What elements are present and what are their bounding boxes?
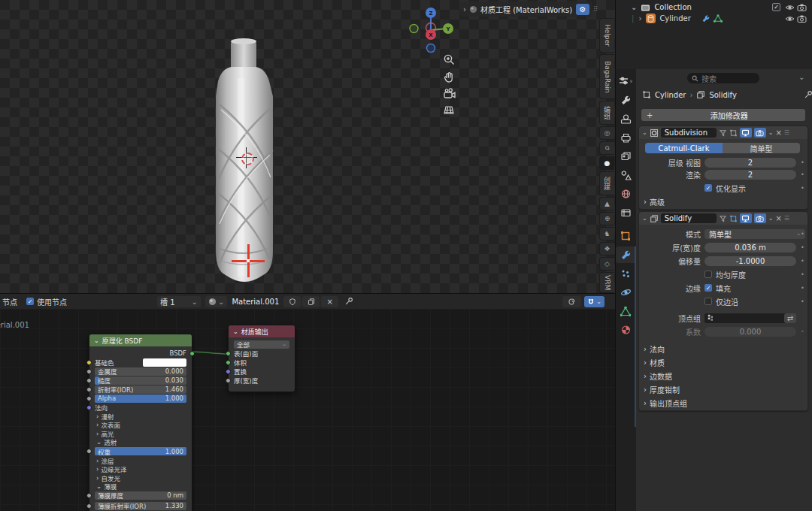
levels-viewport-field[interactable]: 2 <box>704 158 796 168</box>
sidebar-tab-icon-3[interactable]: ● <box>599 156 614 170</box>
modifier-extras-dropdown[interactable]: ⌄ <box>768 129 774 136</box>
film-ior-socket[interactable] <box>86 503 92 509</box>
disable-render-camera-icon[interactable] <box>797 14 807 23</box>
modifier-name-field[interactable]: Solidify <box>661 213 717 223</box>
subdivision-advanced-section[interactable]: ›高级 <box>644 196 665 207</box>
mode-dropdown[interactable]: 简单型 ⌄ <box>704 229 805 239</box>
section-coat[interactable]: ›涂层 <box>89 456 192 465</box>
unlink-material-button[interactable]: × <box>321 296 338 307</box>
section-transmission[interactable]: ⌄透射 <box>89 438 192 447</box>
section-thinfilm[interactable]: ⌄薄膜 <box>89 482 192 491</box>
solidify-section-output-vgroups[interactable]: ›输出顶点组 <box>644 398 687 409</box>
surface-input-socket[interactable] <box>226 351 231 356</box>
vertex-group-field[interactable] <box>704 313 789 323</box>
tab-modifiers[interactable] <box>616 246 635 263</box>
sidebar-tab-icon-7[interactable]: ❖ <box>599 242 614 256</box>
browse-material-button[interactable]: ⌄ <box>205 296 227 307</box>
tab-object-data[interactable] <box>616 303 635 319</box>
animate-dot[interactable]: • <box>801 159 804 166</box>
disable-render-camera-icon[interactable] <box>797 3 807 12</box>
modifier-name-field[interactable]: Subdivision <box>661 128 717 138</box>
output-node-header[interactable]: ⌄ 材质输出 <box>229 325 295 337</box>
section-emission[interactable]: ›自发光 <box>89 473 192 482</box>
camera-view-icon[interactable] <box>441 85 457 101</box>
bsdf-output-socket[interactable] <box>189 351 195 356</box>
sidebar-tab-create[interactable]: 创建 <box>599 171 614 195</box>
section-specular[interactable]: ›高光 <box>89 429 192 438</box>
tab-physics[interactable] <box>616 284 635 301</box>
levels-render-field[interactable]: 2 <box>704 170 796 180</box>
outliner-row-collection[interactable]: ⌄ Collection ✓ <box>616 2 812 13</box>
animate-dot[interactable]: • <box>801 271 804 278</box>
only-rim-checkbox[interactable] <box>704 298 712 305</box>
film-thickness-socket[interactable] <box>86 493 92 498</box>
base-color-swatch[interactable] <box>143 358 186 367</box>
animate-dot[interactable]: • <box>801 244 804 251</box>
tab-material[interactable] <box>616 322 635 338</box>
drag-handle[interactable]: ☰ <box>784 215 789 222</box>
solidify-section-normals[interactable]: ›法向 <box>644 343 665 355</box>
remove-modifier-button[interactable]: × <box>775 129 781 137</box>
ior-row[interactable]: 折射率(IOR)1.460 <box>89 385 192 394</box>
expand-icon[interactable]: › <box>638 14 641 23</box>
render-display-toggle[interactable] <box>754 213 766 223</box>
section-sheen[interactable]: ›边缘光泽 <box>89 465 192 474</box>
material-name[interactable]: Material.001 <box>232 298 279 306</box>
overlay-toggle-button[interactable] <box>562 296 581 307</box>
render-display-toggle[interactable] <box>754 128 766 138</box>
alpha-row[interactable]: Alpha1.000 <box>89 394 192 403</box>
sidebar-tab-icon-1[interactable]: ◎ <box>599 126 614 140</box>
solidify-panel-header[interactable]: ⌄ Solidify <box>639 212 807 225</box>
tab-object[interactable] <box>616 228 635 244</box>
film-thickness-row[interactable]: 薄膜厚度0 nm <box>89 491 192 500</box>
realtime-display-toggle[interactable] <box>740 128 752 138</box>
3d-viewport[interactable]: Z Y X › <box>0 0 615 293</box>
mesh-data-icon[interactable] <box>714 14 723 23</box>
ior-socket[interactable] <box>86 387 92 392</box>
output-target-dropdown[interactable]: 全部 ⌄ <box>229 340 295 349</box>
sidebar-tab-icon-8[interactable]: ◇ <box>599 257 614 271</box>
material-slot-dropdown[interactable]: 槽 1⌄ <box>157 296 201 307</box>
vertex-group-filter-icon[interactable] <box>719 129 727 138</box>
section-diffuse[interactable]: ›漫射 <box>89 412 192 421</box>
editor-type-button[interactable]: ∨ <box>616 72 635 89</box>
solidify-section-thickness-clamp[interactable]: ›厚度钳制 <box>644 384 680 395</box>
realtime-display-toggle[interactable] <box>740 213 752 223</box>
pan-hand-icon[interactable] <box>441 68 457 85</box>
collection-label[interactable]: Collection <box>654 3 691 11</box>
metallic-row[interactable]: 金属度0.000 <box>89 367 192 376</box>
subdivision-panel-header[interactable]: ⌄ Subdivision <box>639 126 807 139</box>
gear-settings-button[interactable]: ⚙ <box>576 4 589 15</box>
metallic-socket[interactable] <box>86 369 92 374</box>
expand-icon[interactable]: › <box>463 5 466 14</box>
base-color-row[interactable]: 基础色 <box>89 358 192 367</box>
drag-handle[interactable]: ☰ <box>784 129 789 136</box>
add-modifier-button[interactable]: + 添加修改器 <box>641 109 805 121</box>
sidebar-tab-group[interactable]: 编组 <box>599 101 614 125</box>
factor-field[interactable]: 0.000 <box>704 327 796 337</box>
grid-ortho-icon[interactable] <box>441 101 457 118</box>
section-subsurface[interactable]: ›次表面 <box>89 421 192 430</box>
edit-mode-display-icon[interactable] <box>729 214 738 223</box>
tab-tool[interactable] <box>616 92 635 108</box>
solidify-section-materials[interactable]: ›材质 <box>644 357 665 368</box>
cylinder-label[interactable]: Cylinder <box>659 14 690 23</box>
base-color-socket[interactable] <box>86 360 92 365</box>
material-output-node[interactable]: ⌄ 材质输出 全部 ⌄ 表(曲)面 体积 置换 <box>228 325 295 392</box>
animate-dot[interactable]: • <box>801 231 804 237</box>
edit-mode-display-icon[interactable] <box>729 129 738 138</box>
collapse-icon[interactable]: ⌄ <box>631 3 637 11</box>
pin-icon[interactable] <box>804 90 812 99</box>
tab-scene[interactable] <box>616 167 635 183</box>
tab-catmull-clark[interactable]: Catmull-Clark <box>645 143 723 153</box>
modifier-wrench-icon[interactable] <box>701 14 710 23</box>
animate-dot[interactable]: • <box>801 328 804 335</box>
normal-socket[interactable] <box>86 405 92 410</box>
tab-output[interactable] <box>616 129 635 146</box>
optimal-display-checkbox[interactable]: ✓ <box>704 184 712 192</box>
animate-dot[interactable]: • <box>801 171 804 178</box>
hide-eye-icon[interactable] <box>785 3 795 12</box>
collection-checkbox[interactable]: ✓ <box>772 3 780 11</box>
snap-magnet-button[interactable]: ⌄ <box>584 296 604 307</box>
animate-dot[interactable]: • <box>801 285 804 292</box>
